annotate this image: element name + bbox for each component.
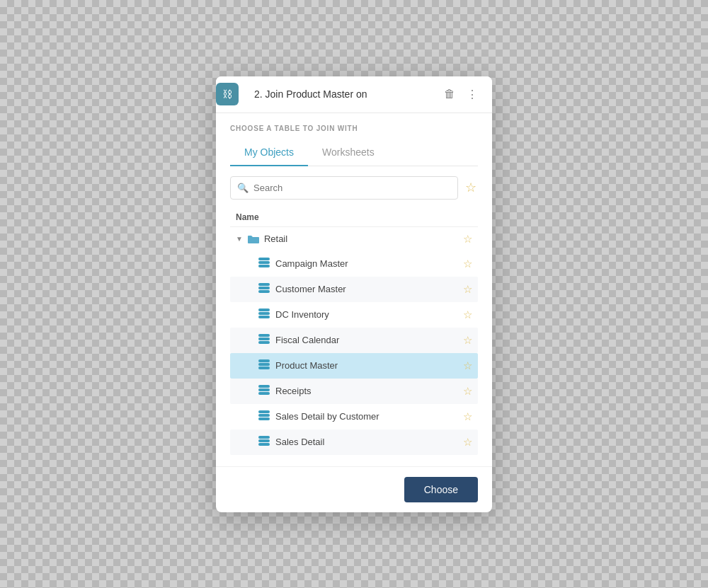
svg-rect-11 <box>258 341 270 344</box>
search-row: 🔍 ☆ <box>230 176 478 200</box>
list-item[interactable]: Fiscal Calendar ☆ <box>230 328 478 353</box>
folder-expand-icon: ▼ <box>236 235 243 243</box>
table-icon <box>258 359 270 371</box>
table-icon <box>258 385 270 397</box>
dialog-body: CHOOSE A TABLE TO JOIN WITH My Objects W… <box>216 113 492 466</box>
tabs-container: My Objects Worksheets <box>230 141 478 166</box>
item-name: Customer Master <box>275 284 457 294</box>
folder-icon <box>247 234 260 244</box>
svg-rect-8 <box>258 316 270 318</box>
search-input-wrap: 🔍 <box>230 176 458 200</box>
list-item[interactable]: Receipts ☆ <box>230 379 478 404</box>
section-label: CHOOSE A TABLE TO JOIN WITH <box>230 125 478 132</box>
svg-rect-21 <box>258 436 270 439</box>
item-star-icon[interactable]: ☆ <box>463 436 472 449</box>
join-dialog: ⛓ 2. Join Product Master on 🗑 ⋮ CHOOSE A… <box>216 76 492 512</box>
object-list: ▼ Retail ☆ Campaign Master ☆ <box>230 227 478 455</box>
svg-rect-3 <box>258 283 270 286</box>
tab-worksheets[interactable]: Worksheets <box>308 141 389 166</box>
tab-my-objects[interactable]: My Objects <box>230 141 308 166</box>
svg-rect-18 <box>258 410 270 413</box>
table-icon <box>258 334 270 346</box>
item-star-icon[interactable]: ☆ <box>463 410 472 423</box>
svg-rect-19 <box>258 414 270 417</box>
svg-rect-14 <box>258 367 270 369</box>
item-star-icon[interactable]: ☆ <box>463 359 472 372</box>
list-item[interactable]: Customer Master ☆ <box>230 277 478 302</box>
svg-rect-15 <box>258 385 270 388</box>
item-name: Fiscal Calendar <box>275 335 457 345</box>
item-name: Sales Detail by Customer <box>275 411 457 422</box>
choose-button[interactable]: Choose <box>404 477 478 502</box>
list-item[interactable]: Sales Detail by Customer ☆ <box>230 404 478 430</box>
svg-rect-1 <box>258 261 270 264</box>
item-star-icon[interactable]: ☆ <box>463 283 472 296</box>
header-actions: 🗑 ⋮ <box>441 85 481 104</box>
delete-button[interactable]: 🗑 <box>441 85 458 103</box>
item-name: DC Inventory <box>275 309 457 320</box>
dialog-header: ⛓ 2. Join Product Master on 🗑 ⋮ <box>216 76 492 113</box>
item-name: Receipts <box>275 386 457 396</box>
favorites-filter-button[interactable]: ☆ <box>464 178 478 197</box>
item-star-icon[interactable]: ☆ <box>463 258 472 270</box>
list-item[interactable]: DC Inventory ☆ <box>230 302 478 328</box>
svg-rect-7 <box>258 312 270 315</box>
svg-rect-10 <box>258 338 270 340</box>
svg-rect-17 <box>258 392 270 395</box>
link-icon: ⛓ <box>222 88 232 100</box>
svg-rect-20 <box>258 417 270 420</box>
item-star-icon[interactable]: ☆ <box>463 385 472 398</box>
svg-rect-5 <box>258 290 270 293</box>
table-column-header: Name <box>230 209 478 227</box>
table-icon <box>258 258 270 270</box>
svg-rect-23 <box>258 443 270 446</box>
header-icon: ⛓ <box>216 83 239 105</box>
table-icon <box>258 410 270 422</box>
svg-rect-13 <box>258 363 270 366</box>
search-input[interactable] <box>230 176 458 200</box>
svg-rect-4 <box>258 287 270 289</box>
svg-rect-6 <box>258 309 270 311</box>
svg-rect-9 <box>258 334 270 337</box>
item-star-icon[interactable]: ☆ <box>463 334 472 347</box>
folder-row-retail[interactable]: ▼ Retail ☆ <box>230 227 478 251</box>
search-icon: 🔍 <box>237 183 249 193</box>
table-icon <box>258 309 270 321</box>
item-name: Product Master <box>275 360 457 371</box>
table-icon <box>258 283 270 295</box>
name-column-label: Name <box>236 212 259 222</box>
table-icon <box>258 436 270 448</box>
svg-rect-16 <box>258 388 270 391</box>
folder-name: Retail <box>264 234 459 244</box>
item-star-icon[interactable]: ☆ <box>463 309 472 321</box>
list-item[interactable]: Sales Detail ☆ <box>230 430 478 455</box>
item-name: Sales Detail <box>275 437 457 447</box>
dialog-footer: Choose <box>216 466 492 512</box>
list-item-selected[interactable]: Product Master ☆ <box>230 353 478 379</box>
svg-rect-0 <box>258 258 270 260</box>
svg-rect-2 <box>258 265 270 267</box>
svg-rect-12 <box>258 359 270 362</box>
more-options-button[interactable]: ⋮ <box>464 85 481 104</box>
folder-star-icon[interactable]: ☆ <box>463 233 472 246</box>
item-name: Campaign Master <box>275 258 457 269</box>
dialog-title: 2. Join Product Master on <box>254 88 434 100</box>
svg-rect-22 <box>258 439 270 442</box>
list-item[interactable]: Campaign Master ☆ <box>230 251 478 277</box>
